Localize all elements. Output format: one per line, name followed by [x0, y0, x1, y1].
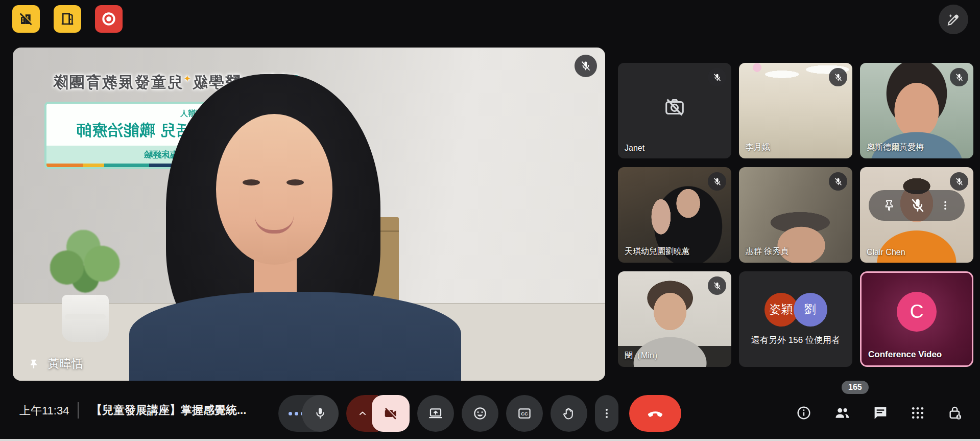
participants-button[interactable]: 165 [833, 404, 851, 422]
lock-person-icon [947, 405, 963, 421]
plant-pot [62, 295, 109, 342]
speaker-shirt [129, 292, 461, 381]
door-button[interactable] [54, 5, 81, 33]
avatar: 劉 [794, 293, 827, 327]
mic-muted-badge [950, 172, 968, 191]
mic-muted-badge [708, 172, 726, 191]
activities-button[interactable] [910, 405, 925, 421]
screen-edge-strip [0, 439, 980, 441]
avatar: C [897, 292, 937, 332]
mute-participant-button[interactable] [909, 197, 926, 214]
svg-text:CC: CC [521, 411, 528, 416]
main-video-name: 黃暐恬 [48, 356, 83, 372]
building-slash-icon [18, 11, 34, 27]
camera-toggle-button[interactable] [372, 395, 410, 432]
mic-icon [302, 395, 339, 432]
participant-name: Clair Chen [867, 248, 905, 257]
magic-pencil-icon [946, 12, 961, 27]
participant-name: Janet [625, 144, 644, 153]
divider [78, 402, 79, 419]
participant-count-badge: 165 [842, 381, 869, 394]
apps-grid-icon [910, 405, 925, 421]
participants-grid: Janet 李月娥 奧斯德爾黃愛梅 天琪幼兒園劉曉蕙 惠群 徐秀貞 Clair … [618, 63, 973, 367]
overflow-count-label: 還有另外 156 位使用者 [751, 334, 840, 346]
main-video-tile[interactable]: KidPro醫學級✦兒童發展教育團隊 KidPro團隊創辦人 黃暐恬 恬兒 職能… [13, 48, 605, 381]
participant-tile-9[interactable]: C Conference Video [860, 271, 973, 367]
participant-name: 閔（Min） [625, 351, 662, 361]
building-slash-button[interactable] [12, 5, 40, 33]
participant-tile-1[interactable]: Janet [618, 63, 731, 158]
participant-tile-4[interactable]: 天琪幼兒園劉曉蕙 [618, 167, 731, 263]
door-icon [60, 11, 75, 27]
participant-tile-3[interactable]: 奧斯德爾黃愛梅 [860, 63, 973, 158]
call-controls: CC [278, 395, 681, 432]
participant-name: Conference Video [868, 350, 942, 360]
participant-tile-2[interactable]: 李月娥 [739, 63, 852, 158]
camera-control [346, 395, 410, 432]
record-button[interactable] [95, 5, 123, 33]
tile-hover-controls [869, 190, 965, 221]
pin-participant-button[interactable] [882, 199, 896, 212]
visual-effects-button[interactable] [939, 5, 968, 34]
participant-name: 天琪幼兒園劉曉蕙 [625, 246, 690, 257]
clock-time: 上午11:34 [19, 403, 69, 419]
pin-icon [28, 358, 39, 369]
mic-muted-badge [829, 172, 847, 191]
participant-name: 惠群 徐秀貞 [746, 246, 788, 257]
mic-off-icon [580, 60, 592, 72]
raise-hand-icon [561, 406, 577, 421]
mic-muted-badge [829, 68, 847, 86]
more-options-button[interactable] [595, 395, 618, 432]
participant-name: 李月娥 [746, 142, 770, 153]
chat-icon [872, 405, 889, 421]
end-call-button[interactable] [629, 395, 681, 432]
meeting-title: 【兒童發展講座】掌握感覺統... [91, 403, 246, 418]
meeting-details-button[interactable] [796, 405, 812, 421]
mic-muted-badge [708, 276, 726, 295]
captions-button[interactable]: CC [506, 395, 543, 432]
mic-muted-badge [708, 68, 726, 86]
camera-off-icon [663, 95, 686, 119]
present-screen-icon [428, 406, 443, 421]
info-icon [796, 405, 812, 421]
chevron-up-icon [357, 408, 368, 419]
people-icon [833, 404, 851, 422]
avatar: 姿穎 [764, 293, 798, 327]
present-screen-button[interactable] [417, 395, 454, 432]
plant-foliage [39, 225, 131, 302]
camera-off-icon [383, 406, 398, 421]
speaker-face [216, 114, 332, 265]
participant-tile-7[interactable]: 閔（Min） [618, 271, 731, 367]
main-video-nametag: 黃暐恬 [28, 356, 83, 372]
bottom-bar: 上午11:34 【兒童發展講座】掌握感覺統... [0, 388, 980, 441]
more-vertical-icon [601, 407, 613, 420]
sparkle-icon: ✦ [182, 74, 191, 84]
meeting-panel-buttons: 165 [796, 404, 963, 422]
mic-muted-badge [950, 68, 968, 86]
record-icon [101, 11, 117, 27]
tile-more-options-button[interactable] [940, 200, 951, 211]
mic-toggle-button[interactable] [278, 395, 339, 432]
participant-tile-8[interactable]: 姿穎劉還有另外 156 位使用者 [739, 271, 852, 367]
participant-tile-6[interactable]: Clair Chen [860, 167, 973, 263]
participant-tile-5[interactable]: 惠群 徐秀貞 [739, 167, 852, 263]
host-controls-button[interactable] [947, 405, 963, 421]
participant-name: 奧斯德爾黃愛梅 [867, 142, 924, 153]
overflow-participants: 姿穎劉還有另外 156 位使用者 [739, 271, 852, 367]
floating-toolbar [12, 5, 123, 33]
smiley-icon [472, 406, 488, 421]
captions-icon: CC [517, 406, 532, 421]
reactions-button[interactable] [462, 395, 498, 432]
mic-muted-badge [575, 55, 597, 77]
phone-down-icon [646, 404, 664, 423]
chat-button[interactable] [872, 405, 889, 421]
raise-hand-button[interactable] [551, 395, 587, 432]
